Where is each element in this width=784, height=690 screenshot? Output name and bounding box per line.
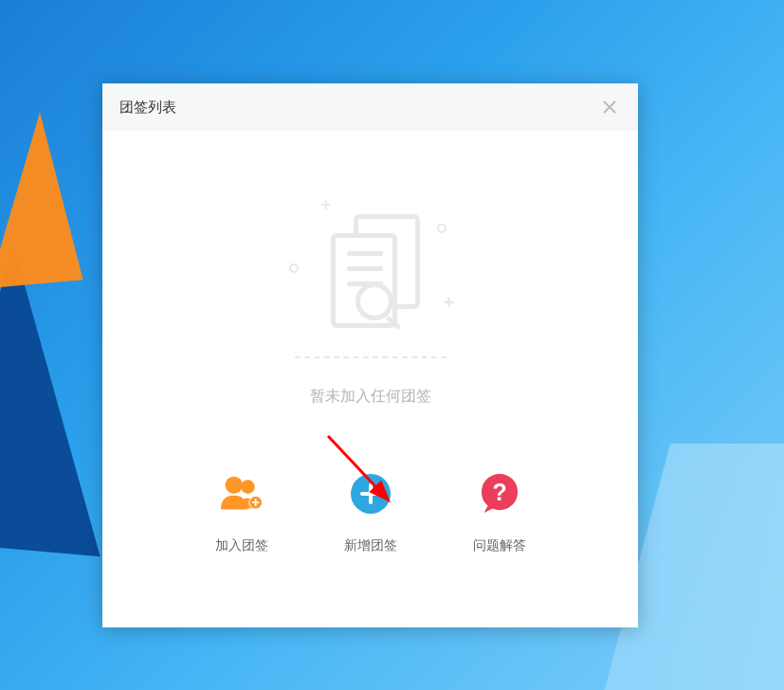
- join-group-button[interactable]: 加入团签: [215, 473, 268, 554]
- empty-state-illustration: + +: [285, 207, 456, 358]
- add-group-label: 新增团签: [344, 537, 397, 554]
- svg-text:?: ?: [492, 479, 506, 505]
- close-icon: [603, 100, 616, 114]
- desktop-background-shape: [0, 110, 83, 288]
- svg-point-1: [241, 480, 255, 494]
- modal-title: 团签列表: [119, 99, 176, 117]
- modal-header: 团签列表: [102, 83, 638, 131]
- close-button[interactable]: [598, 96, 621, 118]
- svg-point-0: [225, 477, 242, 494]
- help-icon: ?: [479, 473, 520, 515]
- action-row: 加入团签 新增团签 ? 问题解答: [215, 473, 526, 554]
- group-sign-modal: 团签列表 + + 暂未加入任何团签: [102, 83, 638, 627]
- join-group-icon: [221, 473, 263, 515]
- add-group-icon: [350, 473, 392, 515]
- join-group-label: 加入团签: [215, 537, 268, 554]
- add-group-button[interactable]: 新增团签: [344, 473, 397, 554]
- empty-state-text: 暂未加入任何团签: [310, 387, 431, 407]
- help-label: 问题解答: [473, 537, 526, 554]
- modal-body: + + 暂未加入任何团签: [102, 131, 638, 554]
- help-button[interactable]: ? 问题解答: [473, 473, 526, 554]
